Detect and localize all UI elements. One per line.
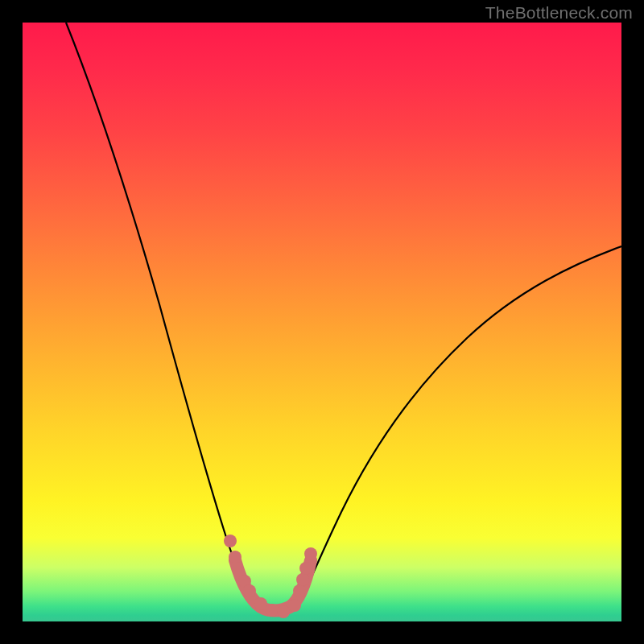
svg-point-9 xyxy=(296,573,309,586)
svg-point-1 xyxy=(229,551,242,564)
svg-point-11 xyxy=(304,547,317,560)
plot-area xyxy=(23,23,621,621)
svg-point-8 xyxy=(293,584,306,597)
watermark-text: TheBottleneck.com xyxy=(485,3,633,23)
svg-point-10 xyxy=(299,562,312,575)
svg-point-5 xyxy=(266,604,279,617)
svg-point-4 xyxy=(254,597,267,610)
right-curve xyxy=(298,246,621,607)
svg-point-0 xyxy=(224,535,237,547)
chart-frame: TheBottleneck.com xyxy=(0,0,644,644)
svg-point-7 xyxy=(288,599,301,612)
left-curve xyxy=(66,23,261,607)
svg-point-3 xyxy=(243,584,256,597)
svg-point-6 xyxy=(277,605,290,618)
chart-svg xyxy=(23,23,621,621)
